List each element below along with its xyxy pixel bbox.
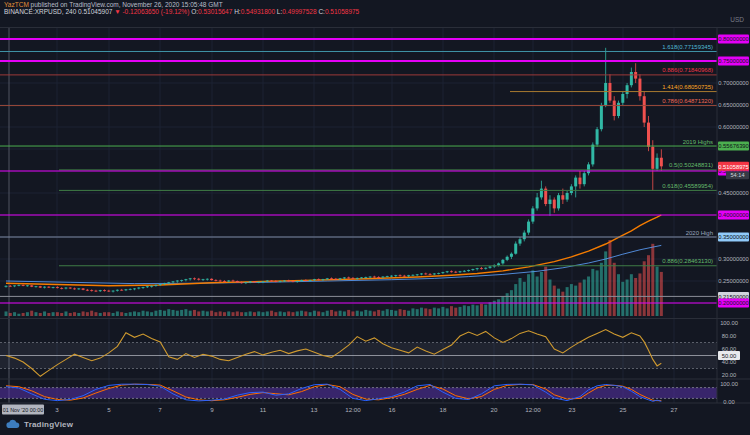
svg-text:5: 5 — [107, 406, 111, 413]
svg-text:1.414(0.68050735): 1.414(0.68050735) — [662, 84, 713, 90]
current-price-label: 0.51058975 — [718, 162, 749, 171]
svg-text:0.35000000: 0.35000000 — [718, 234, 749, 240]
first-bar-date-label: 01 Nov '20 00:00 — [2, 405, 44, 415]
moving-averages — [6, 215, 661, 286]
svg-text:0.618(0.45589954): 0.618(0.45589954) — [662, 183, 713, 189]
svg-text:2019 Highs: 2019 Highs — [683, 139, 713, 145]
svg-text:13: 13 — [311, 406, 318, 413]
svg-text:20.00: 20.00 — [722, 372, 737, 378]
svg-text:20: 20 — [491, 406, 498, 413]
symbol-label[interactable]: BINANCE:XRPUSD, 240 — [4, 8, 76, 15]
svg-text:11: 11 — [260, 406, 267, 413]
svg-text:0.60000000: 0.60000000 — [718, 124, 749, 130]
bar-close-countdown: 54:14 — [726, 171, 749, 179]
open-value: 0.53015647 — [198, 8, 232, 15]
svg-text:0.70000000: 0.70000000 — [718, 80, 749, 86]
svg-text:0.40000000: 0.40000000 — [718, 212, 749, 218]
svg-text:01 Nov '20 00:00: 01 Nov '20 00:00 — [3, 407, 44, 413]
svg-text:7: 7 — [158, 406, 162, 413]
svg-text:25: 25 — [620, 406, 627, 413]
svg-text:3: 3 — [55, 406, 59, 413]
tradingview-logo[interactable]: TradingView — [6, 419, 73, 429]
svg-text:12:00: 12:00 — [525, 406, 541, 413]
svg-text:40.00: 40.00 — [722, 359, 737, 365]
publish-line: YazTCM published on TradingView.com, Nov… — [4, 1, 359, 8]
svg-text:0.786(0.64871320): 0.786(0.64871320) — [662, 98, 713, 104]
svg-text:80.00: 80.00 — [722, 333, 737, 339]
axis-currency-label[interactable]: USD — [730, 16, 744, 23]
volume-bars — [5, 240, 663, 316]
svg-text:1.618(0.77159345): 1.618(0.77159345) — [662, 44, 713, 50]
chart-header: YazTCM published on TradingView.com, Nov… — [4, 1, 359, 15]
svg-text:0.886(0.28463130): 0.886(0.28463130) — [662, 258, 713, 264]
svg-text:0.80000000: 0.80000000 — [718, 36, 749, 42]
author-name: YazTCM — [4, 1, 29, 8]
chart-canvas[interactable]: 1.618(0.77159345)0.886(0.71840968)1.414(… — [0, 0, 750, 435]
publish-info: published on TradingView.com, November 2… — [29, 1, 223, 8]
svg-text:12:00: 12:00 — [345, 406, 361, 413]
indicator-bands — [0, 343, 717, 399]
svg-text:100.00: 100.00 — [720, 381, 738, 387]
level-labels: 1.618(0.77159345)0.886(0.71840968)1.414(… — [662, 44, 713, 264]
tradingview-logo-text: TradingView — [24, 420, 73, 429]
svg-text:0.45000000: 0.45000000 — [718, 190, 749, 196]
svg-text:0.886(0.71840968): 0.886(0.71840968) — [662, 67, 713, 73]
svg-text:0.5(0.50248831): 0.5(0.50248831) — [669, 162, 713, 168]
svg-text:0.55676390: 0.55676390 — [718, 143, 749, 149]
svg-text:0.20000000: 0.20000000 — [718, 300, 749, 306]
svg-text:0.51058975: 0.51058975 — [718, 164, 749, 170]
svg-text:0.00: 0.00 — [723, 399, 734, 405]
svg-text:23: 23 — [569, 406, 576, 413]
tradingview-cloud-icon — [6, 419, 20, 429]
svg-text:0.65000000: 0.65000000 — [718, 102, 749, 108]
last-price: 0.51045907 — [78, 8, 112, 15]
svg-text:0.25000000: 0.25000000 — [718, 278, 749, 284]
svg-text:0.30000000: 0.30000000 — [718, 256, 749, 262]
price-axis[interactable]: 0.700000000.650000000.600000000.45000000… — [718, 35, 749, 406]
tradingview-snapshot: YazTCM published on TradingView.com, Nov… — [0, 0, 750, 435]
close-value: 0.51058975 — [325, 8, 359, 15]
svg-text:100.00: 100.00 — [720, 320, 738, 326]
time-axis[interactable]: 3579111312:0016182012:0023252701 Nov '20… — [2, 405, 678, 415]
svg-text:0.75000000: 0.75000000 — [718, 58, 749, 64]
svg-text:2020 High: 2020 High — [686, 230, 713, 236]
high-value: 0.54931800 — [241, 8, 275, 15]
svg-text:18: 18 — [440, 406, 447, 413]
low-value: 0.49997528 — [282, 8, 316, 15]
symbol-line: BINANCE:XRPUSD, 240 0.51045907 ▼ -0.1206… — [4, 8, 359, 15]
price-change: ▼ -0.12063650 (-19.12%) — [114, 8, 189, 15]
svg-text:16: 16 — [389, 406, 396, 413]
svg-text:9: 9 — [210, 406, 214, 413]
svg-text:50.00: 50.00 — [722, 353, 737, 359]
svg-text:54:14: 54:14 — [731, 172, 745, 178]
open-label: O: — [191, 8, 198, 15]
svg-text:27: 27 — [671, 406, 678, 413]
